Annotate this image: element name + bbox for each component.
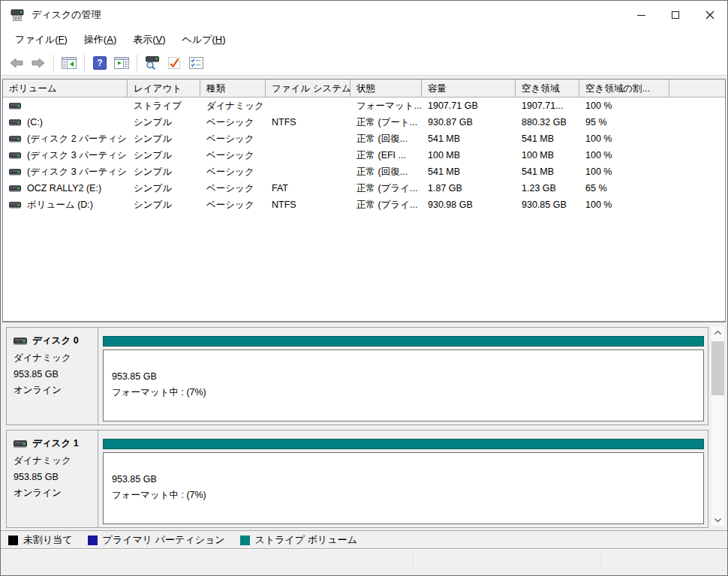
volume-icon: [9, 201, 22, 209]
chevron-down-icon: [714, 518, 721, 522]
legend-color-primary-partition: [88, 536, 98, 545]
close-button[interactable]: [693, 1, 727, 29]
cell-status: 正常 (プライ...: [350, 182, 422, 195]
partition-size: 953.85 GB: [112, 369, 703, 385]
close-icon: [705, 10, 714, 20]
window-title: ディスクの管理: [32, 8, 101, 22]
cell-layout: シンプル: [128, 182, 200, 195]
cell-capacity: 930.98 GB: [422, 200, 516, 210]
toolbar-separator: [137, 55, 137, 71]
back-arrow-icon: [10, 57, 23, 69]
disk-type: ダイナミック: [14, 454, 98, 467]
cell-capacity: 930.87 GB: [422, 117, 516, 128]
check-mark-icon: [167, 56, 181, 70]
disk-label: ディスク 0: [32, 334, 79, 347]
cell-layout: シンプル: [128, 199, 200, 212]
cell-layout: シンプル: [128, 116, 200, 129]
cell-volume: (C:): [3, 117, 128, 128]
cell-layout: シンプル: [128, 149, 200, 162]
cell-type: ベーシック: [200, 149, 266, 162]
cell-percent-free: 65 %: [579, 183, 669, 194]
cell-type: ベーシック: [200, 133, 266, 146]
back-button[interactable]: [7, 53, 26, 73]
table-row[interactable]: ストライプ ダイナミック フォーマット... 1907.71 GB 1907.7…: [3, 98, 725, 114]
column-header-status[interactable]: 状態: [350, 80, 422, 98]
menu-view[interactable]: 表示(V): [125, 30, 173, 50]
table-row[interactable]: OCZ RALLY2 (E:) シンプル ベーシック FAT 正常 (プライ..…: [3, 180, 725, 196]
cell-free-space: 1.23 GB: [516, 183, 579, 194]
cell-type: ベーシック: [200, 182, 266, 195]
disk-1-partition[interactable]: 953.85 GB フォーマット中 : (7%): [98, 430, 708, 527]
cell-status: 正常 (ブート...: [350, 116, 422, 129]
table-row[interactable]: (ディスク 2 パーティショ... シンプル ベーシック 正常 (回復... 5…: [3, 130, 725, 147]
menu-help[interactable]: ヘルプ(H): [174, 30, 234, 50]
cell-percent-free: 100 %: [579, 200, 669, 210]
rescan-disks-button[interactable]: [143, 53, 162, 73]
cell-percent-free: 100 %: [579, 100, 669, 111]
disk-management-window: ディスクの管理 ファイル(F) 操作(A) 表示(V) ヘルプ(H): [0, 0, 728, 576]
scrollbar-thumb[interactable]: [711, 341, 724, 395]
partition-body: 953.85 GB フォーマット中 : (7%): [103, 452, 704, 524]
table-row[interactable]: (C:) シンプル ベーシック NTFS 正常 (ブート... 930.87 G…: [3, 114, 725, 130]
scroll-up-button[interactable]: [711, 326, 724, 338]
vertical-scrollbar[interactable]: [711, 326, 724, 526]
cell-capacity: 541 MB: [422, 166, 516, 177]
cell-type: ダイナミック: [200, 100, 266, 112]
legend-item-striped-volume: ストライプ ボリューム: [240, 533, 357, 547]
column-header-layout[interactable]: レイアウト: [128, 80, 200, 98]
table-row[interactable]: (ディスク 3 パーティショ... シンプル ベーシック 正常 (EFI ...…: [3, 147, 725, 164]
disk-1-block: ディスク 1 ダイナミック 953.85 GB オンライン 953.85 GB …: [6, 430, 708, 528]
legend-color-striped-volume: [240, 536, 250, 545]
disk-size: 953.85 GB: [14, 472, 98, 482]
disk-0-info[interactable]: ディスク 0 ダイナミック 953.85 GB オンライン: [7, 328, 98, 424]
legend-color-unallocated: [8, 536, 18, 545]
statusbar-divider: [601, 553, 602, 572]
maximize-button[interactable]: [658, 1, 693, 29]
cell-type: ベーシック: [200, 116, 266, 129]
action-pane-button[interactable]: [112, 53, 131, 73]
legend-label: ストライプ ボリューム: [255, 533, 357, 547]
disk-0-partition[interactable]: 953.85 GB フォーマット中 : (7%): [98, 328, 708, 424]
table-row[interactable]: ボリューム (D:) シンプル ベーシック NTFS 正常 (プライ... 93…: [3, 196, 725, 213]
column-header-filesystem[interactable]: ファイル システム: [266, 80, 350, 98]
column-header-type[interactable]: 種類: [200, 80, 266, 98]
disk-status: オンライン: [14, 384, 98, 397]
volume-name: (C:): [27, 117, 43, 128]
window-controls: [624, 1, 727, 29]
cell-filesystem: NTFS: [266, 117, 350, 128]
cell-free-space: 100 MB: [516, 150, 579, 160]
cell-percent-free: 95 %: [579, 117, 669, 128]
column-header-capacity[interactable]: 容量: [422, 80, 516, 98]
check-disk-button[interactable]: [164, 53, 184, 73]
legend-item-primary-partition: プライマリ パーティション: [88, 533, 225, 547]
chevron-up-icon: [714, 331, 721, 334]
help-button[interactable]: ?: [90, 53, 110, 73]
menu-file[interactable]: ファイル(F): [7, 30, 76, 50]
volume-name: ボリューム (D:): [27, 199, 93, 212]
scroll-down-button[interactable]: [711, 514, 724, 526]
cell-volume: (ディスク 2 パーティショ...: [3, 133, 128, 146]
maximize-icon: [672, 11, 679, 19]
properties-list-button[interactable]: [186, 53, 206, 73]
console-tree-button[interactable]: [59, 53, 79, 73]
disk-1-info[interactable]: ディスク 1 ダイナミック 953.85 GB オンライン: [7, 430, 98, 527]
menubar: ファイル(F) 操作(A) 表示(V) ヘルプ(H): [1, 29, 727, 50]
rescan-disks-icon: [144, 56, 161, 70]
help-icon: ?: [93, 56, 107, 70]
column-header-free-space[interactable]: 空き領域: [516, 80, 579, 98]
toolbar-separator: [84, 55, 85, 71]
forward-button[interactable]: [29, 53, 48, 73]
menu-action[interactable]: 操作(A): [76, 30, 125, 50]
minimize-button[interactable]: [624, 1, 658, 29]
cell-volume: (ディスク 3 パーティショ...: [3, 166, 128, 178]
column-header-volume[interactable]: ボリューム: [3, 80, 128, 98]
legend-bar: 未割り当て プライマリ パーティション ストライプ ボリューム: [1, 530, 727, 549]
column-header-percent-free[interactable]: 空き領域の割...: [579, 80, 669, 98]
disk-type: ダイナミック: [14, 352, 98, 364]
cell-type: ベーシック: [200, 199, 266, 212]
volume-icon: [9, 184, 22, 193]
action-pane-icon: [114, 57, 129, 69]
cell-volume: [3, 102, 128, 110]
table-row[interactable]: (ディスク 3 パーティショ... シンプル ベーシック 正常 (回復... 5…: [3, 164, 725, 180]
volume-icon: [9, 102, 22, 110]
